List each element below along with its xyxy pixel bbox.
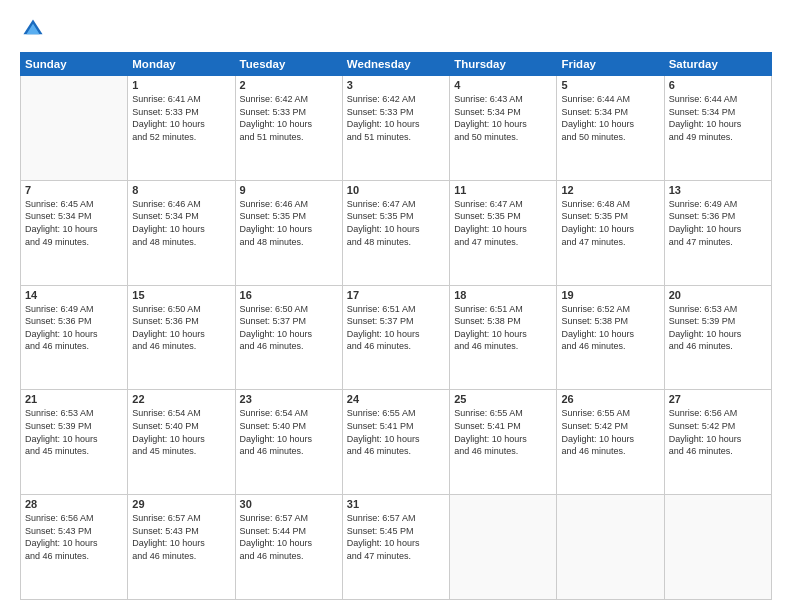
day-number: 31: [347, 498, 445, 510]
calendar-cell: [664, 495, 771, 600]
cell-content: Sunrise: 6:43 AM Sunset: 5:34 PM Dayligh…: [454, 93, 552, 143]
logo: [20, 18, 48, 44]
day-number: 6: [669, 79, 767, 91]
cell-content: Sunrise: 6:53 AM Sunset: 5:39 PM Dayligh…: [25, 407, 123, 457]
calendar-cell: 15Sunrise: 6:50 AM Sunset: 5:36 PM Dayli…: [128, 285, 235, 390]
calendar-day-header: Sunday: [21, 53, 128, 76]
calendar-cell: 24Sunrise: 6:55 AM Sunset: 5:41 PM Dayli…: [342, 390, 449, 495]
day-number: 18: [454, 289, 552, 301]
calendar-cell: 13Sunrise: 6:49 AM Sunset: 5:36 PM Dayli…: [664, 180, 771, 285]
cell-content: Sunrise: 6:50 AM Sunset: 5:36 PM Dayligh…: [132, 303, 230, 353]
calendar-cell: 21Sunrise: 6:53 AM Sunset: 5:39 PM Dayli…: [21, 390, 128, 495]
cell-content: Sunrise: 6:52 AM Sunset: 5:38 PM Dayligh…: [561, 303, 659, 353]
calendar-cell: 7Sunrise: 6:45 AM Sunset: 5:34 PM Daylig…: [21, 180, 128, 285]
cell-content: Sunrise: 6:45 AM Sunset: 5:34 PM Dayligh…: [25, 198, 123, 248]
day-number: 28: [25, 498, 123, 510]
cell-content: Sunrise: 6:57 AM Sunset: 5:44 PM Dayligh…: [240, 512, 338, 562]
day-number: 11: [454, 184, 552, 196]
cell-content: Sunrise: 6:48 AM Sunset: 5:35 PM Dayligh…: [561, 198, 659, 248]
cell-content: Sunrise: 6:47 AM Sunset: 5:35 PM Dayligh…: [454, 198, 552, 248]
day-number: 17: [347, 289, 445, 301]
calendar-cell: 9Sunrise: 6:46 AM Sunset: 5:35 PM Daylig…: [235, 180, 342, 285]
cell-content: Sunrise: 6:54 AM Sunset: 5:40 PM Dayligh…: [132, 407, 230, 457]
calendar-cell: 1Sunrise: 6:41 AM Sunset: 5:33 PM Daylig…: [128, 76, 235, 181]
calendar-week-row: 14Sunrise: 6:49 AM Sunset: 5:36 PM Dayli…: [21, 285, 772, 390]
calendar-day-header: Monday: [128, 53, 235, 76]
day-number: 7: [25, 184, 123, 196]
cell-content: Sunrise: 6:46 AM Sunset: 5:34 PM Dayligh…: [132, 198, 230, 248]
day-number: 14: [25, 289, 123, 301]
day-number: 10: [347, 184, 445, 196]
calendar-cell: [450, 495, 557, 600]
calendar-week-row: 21Sunrise: 6:53 AM Sunset: 5:39 PM Dayli…: [21, 390, 772, 495]
day-number: 21: [25, 393, 123, 405]
page: SundayMondayTuesdayWednesdayThursdayFrid…: [0, 0, 792, 612]
calendar-cell: 5Sunrise: 6:44 AM Sunset: 5:34 PM Daylig…: [557, 76, 664, 181]
calendar-table: SundayMondayTuesdayWednesdayThursdayFrid…: [20, 52, 772, 600]
calendar-cell: 16Sunrise: 6:50 AM Sunset: 5:37 PM Dayli…: [235, 285, 342, 390]
cell-content: Sunrise: 6:46 AM Sunset: 5:35 PM Dayligh…: [240, 198, 338, 248]
calendar-cell: 14Sunrise: 6:49 AM Sunset: 5:36 PM Dayli…: [21, 285, 128, 390]
cell-content: Sunrise: 6:57 AM Sunset: 5:43 PM Dayligh…: [132, 512, 230, 562]
day-number: 1: [132, 79, 230, 91]
day-number: 3: [347, 79, 445, 91]
calendar-cell: 18Sunrise: 6:51 AM Sunset: 5:38 PM Dayli…: [450, 285, 557, 390]
cell-content: Sunrise: 6:41 AM Sunset: 5:33 PM Dayligh…: [132, 93, 230, 143]
day-number: 16: [240, 289, 338, 301]
day-number: 8: [132, 184, 230, 196]
cell-content: Sunrise: 6:55 AM Sunset: 5:42 PM Dayligh…: [561, 407, 659, 457]
calendar-day-header: Tuesday: [235, 53, 342, 76]
calendar-week-row: 1Sunrise: 6:41 AM Sunset: 5:33 PM Daylig…: [21, 76, 772, 181]
day-number: 2: [240, 79, 338, 91]
calendar-cell: 31Sunrise: 6:57 AM Sunset: 5:45 PM Dayli…: [342, 495, 449, 600]
day-number: 26: [561, 393, 659, 405]
day-number: 25: [454, 393, 552, 405]
calendar-cell: [557, 495, 664, 600]
calendar-header-row: SundayMondayTuesdayWednesdayThursdayFrid…: [21, 53, 772, 76]
cell-content: Sunrise: 6:42 AM Sunset: 5:33 PM Dayligh…: [347, 93, 445, 143]
cell-content: Sunrise: 6:51 AM Sunset: 5:38 PM Dayligh…: [454, 303, 552, 353]
cell-content: Sunrise: 6:57 AM Sunset: 5:45 PM Dayligh…: [347, 512, 445, 562]
calendar-day-header: Wednesday: [342, 53, 449, 76]
day-number: 22: [132, 393, 230, 405]
calendar-cell: 3Sunrise: 6:42 AM Sunset: 5:33 PM Daylig…: [342, 76, 449, 181]
calendar-day-header: Friday: [557, 53, 664, 76]
day-number: 12: [561, 184, 659, 196]
day-number: 9: [240, 184, 338, 196]
day-number: 4: [454, 79, 552, 91]
calendar-cell: 27Sunrise: 6:56 AM Sunset: 5:42 PM Dayli…: [664, 390, 771, 495]
day-number: 27: [669, 393, 767, 405]
calendar-cell: 22Sunrise: 6:54 AM Sunset: 5:40 PM Dayli…: [128, 390, 235, 495]
calendar-cell: [21, 76, 128, 181]
calendar-cell: 26Sunrise: 6:55 AM Sunset: 5:42 PM Dayli…: [557, 390, 664, 495]
calendar-cell: 4Sunrise: 6:43 AM Sunset: 5:34 PM Daylig…: [450, 76, 557, 181]
calendar-cell: 11Sunrise: 6:47 AM Sunset: 5:35 PM Dayli…: [450, 180, 557, 285]
calendar-cell: 6Sunrise: 6:44 AM Sunset: 5:34 PM Daylig…: [664, 76, 771, 181]
cell-content: Sunrise: 6:54 AM Sunset: 5:40 PM Dayligh…: [240, 407, 338, 457]
calendar-cell: 30Sunrise: 6:57 AM Sunset: 5:44 PM Dayli…: [235, 495, 342, 600]
day-number: 29: [132, 498, 230, 510]
calendar-cell: 25Sunrise: 6:55 AM Sunset: 5:41 PM Dayli…: [450, 390, 557, 495]
calendar-cell: 19Sunrise: 6:52 AM Sunset: 5:38 PM Dayli…: [557, 285, 664, 390]
cell-content: Sunrise: 6:49 AM Sunset: 5:36 PM Dayligh…: [25, 303, 123, 353]
day-number: 24: [347, 393, 445, 405]
calendar-cell: 2Sunrise: 6:42 AM Sunset: 5:33 PM Daylig…: [235, 76, 342, 181]
cell-content: Sunrise: 6:53 AM Sunset: 5:39 PM Dayligh…: [669, 303, 767, 353]
cell-content: Sunrise: 6:44 AM Sunset: 5:34 PM Dayligh…: [669, 93, 767, 143]
cell-content: Sunrise: 6:51 AM Sunset: 5:37 PM Dayligh…: [347, 303, 445, 353]
cell-content: Sunrise: 6:55 AM Sunset: 5:41 PM Dayligh…: [347, 407, 445, 457]
logo-icon: [22, 18, 44, 40]
day-number: 5: [561, 79, 659, 91]
cell-content: Sunrise: 6:42 AM Sunset: 5:33 PM Dayligh…: [240, 93, 338, 143]
day-number: 23: [240, 393, 338, 405]
calendar-cell: 20Sunrise: 6:53 AM Sunset: 5:39 PM Dayli…: [664, 285, 771, 390]
cell-content: Sunrise: 6:49 AM Sunset: 5:36 PM Dayligh…: [669, 198, 767, 248]
calendar-cell: 12Sunrise: 6:48 AM Sunset: 5:35 PM Dayli…: [557, 180, 664, 285]
day-number: 20: [669, 289, 767, 301]
day-number: 30: [240, 498, 338, 510]
calendar-cell: 8Sunrise: 6:46 AM Sunset: 5:34 PM Daylig…: [128, 180, 235, 285]
calendar-cell: 10Sunrise: 6:47 AM Sunset: 5:35 PM Dayli…: [342, 180, 449, 285]
header: [20, 18, 772, 44]
cell-content: Sunrise: 6:47 AM Sunset: 5:35 PM Dayligh…: [347, 198, 445, 248]
cell-content: Sunrise: 6:44 AM Sunset: 5:34 PM Dayligh…: [561, 93, 659, 143]
